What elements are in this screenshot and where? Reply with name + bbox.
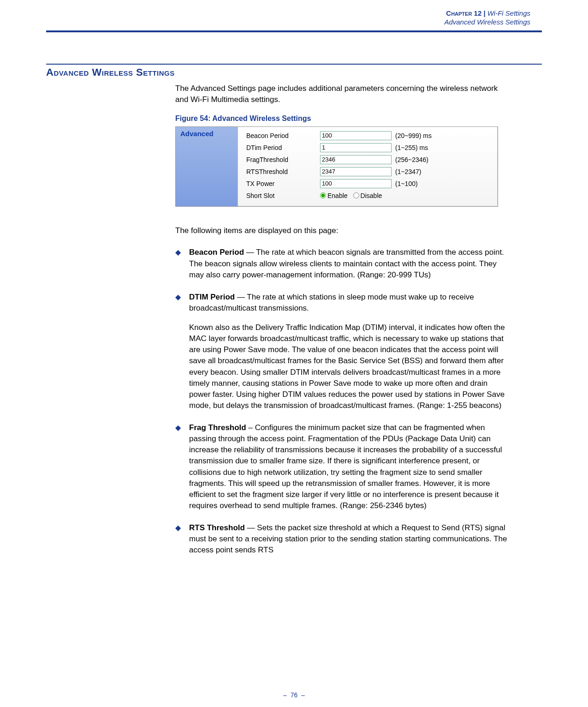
header-separator: | [483,9,485,17]
label-rts-threshold: RTSThreshold [246,168,320,175]
section-heading: Advanced Wireless Settings [46,66,542,78]
radio-short-slot-enable[interactable] [320,192,326,198]
bullet-frag-threshold: Frag Threshold – Configures the minimum … [175,422,507,511]
footer-dash-right: – [301,691,305,699]
row-frag-threshold: FragThreshold (256~2346) [246,154,432,166]
radio-short-slot-disable[interactable] [353,192,359,198]
input-frag-threshold[interactable] [320,155,392,164]
term-beacon-period: Beacon Period [189,248,244,257]
chapter-subtitle: Advanced Wireless Settings [46,18,530,26]
panel-form: Beacon Period (20~999) ms DTim Period (1… [238,127,436,206]
suffix-tx-power: (1~100) [395,180,418,187]
suffix-beacon-period: (20~999) ms [395,132,432,139]
text-frag-threshold: – Configures the minimum packet size tha… [189,423,502,510]
chapter-title: Wi-Fi Settings [487,9,530,17]
term-frag-threshold: Frag Threshold [189,423,246,432]
label-frag-threshold: FragThreshold [246,156,320,163]
bullet-beacon-period: Beacon Period — The rate at which beacon… [175,247,507,280]
row-short-slot: Short Slot Enable Disable [246,190,432,202]
row-beacon-period: Beacon Period (20~999) ms [246,130,432,142]
section-intro: The Advanced Settings page includes addi… [175,83,507,105]
term-dtim-period: DTIM Period [189,293,235,301]
section-rule [46,64,542,65]
suffix-frag-threshold: (256~2346) [395,156,428,163]
figure-caption: Figure 54: Advanced Wireless Settings [175,114,507,123]
page-footer: – 76 – [0,691,588,699]
row-dtim-period: DTim Period (1~255) ms [246,142,432,154]
label-short-slot: Short Slot [246,192,320,199]
header-rule [46,30,542,32]
row-rts-threshold: RTSThreshold (1~2347) [246,166,432,178]
input-beacon-period[interactable] [320,131,392,140]
input-dtim-period[interactable] [320,143,392,152]
suffix-dtim-period: (1~255) ms [395,144,428,151]
label-beacon-period: Beacon Period [246,132,320,139]
radio-label-disable: Disable [361,192,382,199]
page-header: Chapter 12 | Wi-Fi Settings Advanced Wir… [46,8,542,30]
radio-label-enable: Enable [327,192,348,199]
bullet-rts-threshold: RTS Threshold — Sets the packet size thr… [175,522,507,556]
bullet-list: Beacon Period — The rate at which beacon… [175,247,507,556]
term-rts-threshold: RTS Threshold [189,523,245,532]
panel-sidebar-title: Advanced [176,127,238,206]
bullet-dtim-period: DTIM Period — The rate at which stations… [175,292,507,411]
page-number: 76 [291,691,298,699]
suffix-rts-threshold: (1~2347) [395,168,421,175]
input-rts-threshold[interactable] [320,167,392,176]
followup-text: The following items are displayed on thi… [175,225,507,236]
input-tx-power[interactable] [320,179,392,188]
footer-dash-left: – [283,691,287,699]
row-tx-power: TX Power (1~100) [246,178,432,190]
text-dtim-extra: Known also as the Delivery Traffic Indic… [189,323,505,410]
label-dtim-period: DTim Period [246,144,320,151]
settings-panel: Advanced Beacon Period (20~999) ms DTim … [175,126,498,207]
label-tx-power: TX Power [246,180,320,187]
chapter-number: Chapter 12 [446,9,481,17]
